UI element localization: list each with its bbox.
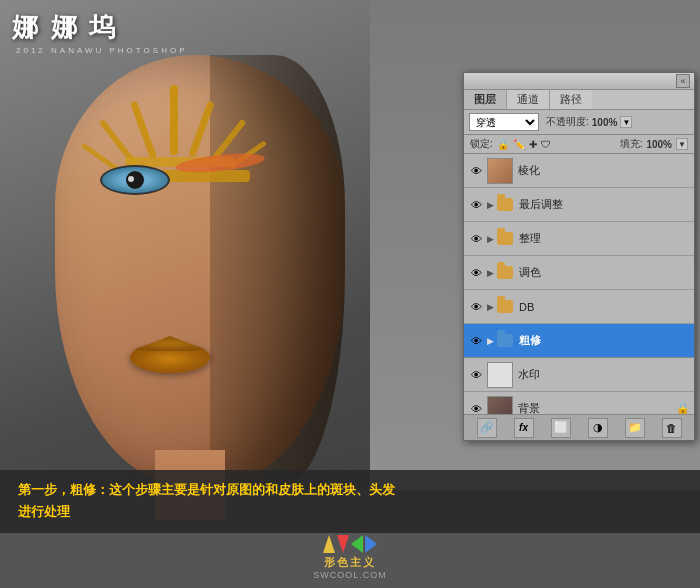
lock-row: 锁定: 🔒 ✏️ ✚ 🛡 填充: 100% ▼	[464, 135, 694, 154]
new-folder-button[interactable]: 📁	[625, 418, 645, 438]
layer-thumb-shuiyin	[487, 362, 513, 388]
arrow-cuxiu[interactable]: ▶	[487, 336, 494, 346]
fx-button[interactable]: fx	[514, 418, 534, 438]
folder-icon-db	[497, 300, 515, 314]
fill-arrow[interactable]: ▼	[676, 138, 688, 150]
fill-value: 100%	[646, 139, 672, 150]
main-canvas: 娜 娜 坞 2012 NANAWU PHOTOSHOP « 图层 通道 路径 穿…	[0, 0, 700, 588]
folder-icon-cuxiu	[497, 334, 515, 348]
arrow-zuihou[interactable]: ▶	[487, 200, 494, 210]
eye-icon-db[interactable]: 👁	[468, 299, 484, 315]
layers-panel: « 图层 通道 路径 穿透 不透明度: 100% ▼ 锁定: 🔒 ✏️ ✚ 🛡 …	[463, 72, 695, 441]
lock-label: 锁定:	[470, 137, 493, 151]
eye-icon-tiaose[interactable]: 👁	[468, 265, 484, 281]
layer-name-db: DB	[519, 301, 534, 313]
arrow-tiaose[interactable]: ▶	[487, 268, 494, 278]
blend-mode-select[interactable]: 穿透	[469, 113, 539, 131]
folder-icon-tiaose	[497, 266, 515, 280]
tab-channels[interactable]: 通道	[507, 90, 550, 109]
panel-tabs-bar: 图层 通道 路径	[464, 90, 694, 110]
layer-item-zuihou[interactable]: 👁 ▶ 最后调整	[464, 188, 694, 222]
bottom-text-bar: 第一步，粗修：这个步骤主要是针对原图的和皮肤上的斑块、头发 进行处理	[0, 470, 700, 533]
layer-item-db[interactable]: 👁 ▶ DB	[464, 290, 694, 324]
layer-item-shuiyin[interactable]: 👁 水印	[464, 358, 694, 392]
eye-icon-zhengli[interactable]: 👁	[468, 231, 484, 247]
shield-icon[interactable]: 🛡	[541, 139, 551, 150]
layer-name-tiaose: 调色	[519, 265, 541, 280]
brand-name: 形色主义	[324, 555, 376, 570]
eye-icon-shuiyin[interactable]: 👁	[468, 367, 484, 383]
tab-paths[interactable]: 路径	[550, 90, 592, 109]
logo-text: 娜 娜 坞	[12, 10, 118, 45]
fill-label: 填充:	[620, 137, 643, 151]
brand-icon	[323, 535, 377, 553]
layer-item-zhengli[interactable]: 👁 ▶ 整理	[464, 222, 694, 256]
delete-layer-button[interactable]: 🗑	[662, 418, 682, 438]
mask-button[interactable]: ⬜	[551, 418, 571, 438]
panel-titlebar: «	[464, 73, 694, 90]
eye-icon-lenhua[interactable]: 👁	[468, 163, 484, 179]
opacity-label: 不透明度:	[546, 115, 589, 129]
layer-name-cuxiu: 粗修	[519, 333, 541, 348]
arrow-zhengli[interactable]: ▶	[487, 234, 494, 244]
panel-bottom-toolbar: 🔗 fx ⬜ ◑ 📁 🗑	[464, 414, 694, 440]
layer-item-lenhua[interactable]: 👁 棱化	[464, 154, 694, 188]
layers-list: 👁 棱化 👁 ▶ 最后调整 👁 ▶	[464, 154, 694, 414]
arrow-db[interactable]: ▶	[487, 302, 494, 312]
folder-icon-zhengli	[497, 232, 515, 246]
opacity-arrow[interactable]: ▼	[620, 116, 632, 128]
eye-icon-beijing[interactable]: 👁	[468, 401, 484, 415]
layer-name-lenhua: 棱化	[518, 163, 540, 178]
tab-layers[interactable]: 图层	[464, 90, 507, 109]
layer-name-shuiyin: 水印	[518, 367, 540, 382]
brand-watermark-area: 形色主义 SWCOOL.COM	[313, 535, 387, 580]
folder-icon-zuihou	[497, 198, 515, 212]
layer-thumb-beijing	[487, 396, 513, 415]
layer-item-beijing[interactable]: 👁 背景 🔒	[464, 392, 694, 414]
layer-name-beijing: 背景	[518, 401, 676, 414]
lock-icon-beijing: 🔒	[676, 402, 690, 414]
layer-thumb-lenhua	[487, 158, 513, 184]
layer-item-cuxiu[interactable]: 👁 ▶ 粗修	[464, 324, 694, 358]
opacity-value: 100%	[592, 117, 618, 128]
blend-opacity-row: 穿透 不透明度: 100% ▼	[464, 110, 694, 135]
link-layers-button[interactable]: 🔗	[477, 418, 497, 438]
layer-item-tiaose[interactable]: 👁 ▶ 调色	[464, 256, 694, 290]
adjustment-button[interactable]: ◑	[588, 418, 608, 438]
pen-icon[interactable]: ✏️	[513, 139, 525, 150]
eye-icon-zuihou[interactable]: 👁	[468, 197, 484, 213]
logo-subtitle: 2012 NANAWU PHOTOSHOP	[16, 46, 187, 55]
eye-icon-cuxiu[interactable]: 👁	[468, 333, 484, 349]
layer-name-zuihou: 最后调整	[519, 197, 563, 212]
lock-icon[interactable]: 🔒	[497, 139, 509, 150]
brand-site: SWCOOL.COM	[313, 570, 387, 580]
panel-collapse-button[interactable]: «	[676, 74, 690, 88]
eye-left	[100, 165, 170, 195]
layer-name-zhengli: 整理	[519, 231, 541, 246]
cross-icon[interactable]: ✚	[529, 139, 537, 150]
instruction-line2: 进行处理	[18, 501, 682, 522]
instruction-line1: 第一步，粗修：这个步骤主要是针对原图的和皮肤上的斑块、头发	[18, 479, 682, 500]
